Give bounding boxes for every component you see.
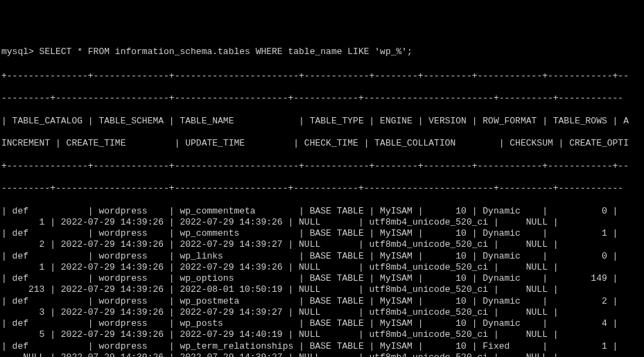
table-row: 1 | 2022-07-29 14:39:26 | 2022-07-29 14:… (1, 262, 643, 273)
rows-container: | def | wordpress | wp_commentmeta | BAS… (1, 206, 643, 358)
separator-mid-1: +---------------+--------------+--------… (1, 161, 643, 172)
separator-mid-2: ---------+---------------------+--------… (1, 183, 643, 194)
separator-top-1: +---------------+--------------+--------… (1, 71, 643, 82)
table-row: | def | wordpress | wp_postmeta | BASE T… (1, 296, 643, 307)
table-row: | def | wordpress | wp_options | BASE TA… (1, 273, 643, 284)
table-row: | def | wordpress | wp_term_relationship… (1, 341, 643, 352)
table-row: 3 | 2022-07-29 14:39:26 | 2022-07-29 14:… (1, 307, 643, 318)
table-row: | def | wordpress | wp_comments | BASE T… (1, 228, 643, 239)
header-line-1: | TABLE_CATALOG | TABLE_SCHEMA | TABLE_N… (1, 116, 643, 127)
table-row: 1 | 2022-07-29 14:39:26 | 2022-07-29 14:… (1, 217, 643, 228)
table-row: 2 | 2022-07-29 14:39:26 | 2022-07-29 14:… (1, 239, 643, 250)
table-row: 213 | 2022-07-29 14:39:26 | 2022-08-01 1… (1, 284, 643, 295)
header-line-2: INCREMENT | CREATE_TIME | UPDATE_TIME | … (1, 138, 643, 149)
sql-prompt[interactable]: mysql> SELECT * FROM information_schema.… (1, 46, 643, 58)
table-row: NULL | 2022-07-29 14:39:26 | 2022-07-29 … (1, 352, 643, 357)
table-row: | def | wordpress | wp_posts | BASE TABL… (1, 318, 643, 329)
table-row: 5 | 2022-07-29 14:39:26 | 2022-07-29 14:… (1, 329, 643, 340)
table-row: | def | wordpress | wp_commentmeta | BAS… (1, 206, 643, 217)
table-row: | def | wordpress | wp_links | BASE TABL… (1, 251, 643, 262)
separator-top-2: ---------+---------------------+--------… (1, 93, 643, 104)
